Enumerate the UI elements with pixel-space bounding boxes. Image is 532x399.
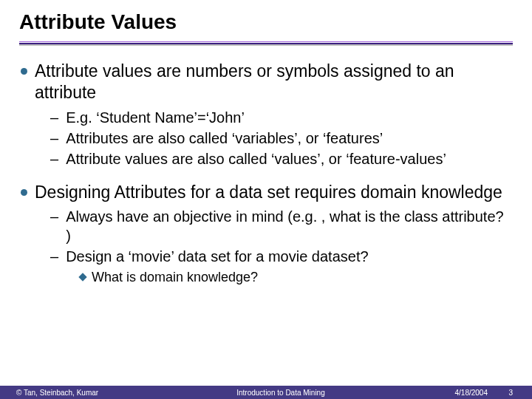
bullet-text: Designing Attributes for a data set requ…: [35, 182, 502, 203]
bullet-text: Design a ‘movie’ data set for a movie da…: [66, 247, 368, 266]
bullet-text: Always have an objective in mind (e.g. ,…: [66, 207, 511, 245]
bullet-level1: Designing Attributes for a data set requ…: [21, 182, 511, 203]
circle-bullet-icon: [21, 68, 27, 75]
bullet-level2: – Attribute values are also called ‘valu…: [50, 149, 511, 168]
dash-bullet-icon: –: [50, 247, 58, 266]
bullet-level1: Attribute values are numbers or symbols …: [21, 61, 511, 103]
bullet-level2: – Design a ‘movie’ data set for a movie …: [50, 247, 511, 266]
slide-title: Attribute Values: [19, 10, 513, 34]
footer-author: © Tan, Steinbach, Kumar: [0, 389, 163, 397]
sub-bullet-group: – E.g. ‘Student Name’=‘John’ – Attribute…: [50, 108, 511, 168]
dash-bullet-icon: –: [50, 129, 58, 148]
circle-bullet-icon: [21, 189, 27, 196]
diamond-bullet-icon: [78, 273, 86, 282]
bullet-text: Attribute values are also called ‘values…: [66, 149, 446, 168]
footer-date: 4/18/2004: [399, 389, 488, 397]
bullet-level2: – Always have an objective in mind (e.g.…: [50, 207, 511, 245]
slide: Attribute Values Attribute values are nu…: [0, 0, 532, 399]
slide-footer: © Tan, Steinbach, Kumar Introduction to …: [0, 386, 532, 399]
bullet-text: What is domain knowledge?: [92, 269, 258, 286]
dash-bullet-icon: –: [50, 108, 58, 127]
bullet-level2: – Attributes are also called ‘variables’…: [50, 129, 511, 148]
title-rule: [19, 41, 513, 44]
sub-bullet-group: – Always have an objective in mind (e.g.…: [50, 207, 511, 286]
content-area: Attribute values are numbers or symbols …: [19, 61, 513, 287]
footer-page-number: 3: [488, 389, 532, 397]
bullet-text: Attribute values are numbers or symbols …: [35, 61, 511, 103]
bullet-level2: – E.g. ‘Student Name’=‘John’: [50, 108, 511, 127]
bullet-text: Attributes are also called ‘variables’, …: [66, 129, 383, 148]
dash-bullet-icon: –: [50, 207, 58, 245]
bullet-text: E.g. ‘Student Name’=‘John’: [66, 108, 245, 127]
footer-title: Introduction to Data Mining: [163, 389, 399, 397]
bullet-level3: What is domain knowledge?: [80, 269, 511, 286]
dash-bullet-icon: –: [50, 149, 58, 168]
